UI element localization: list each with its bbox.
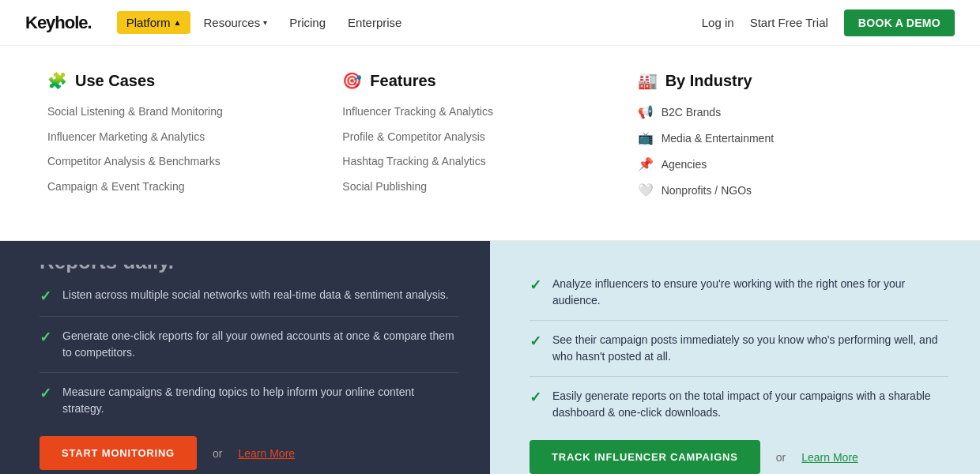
chevron-down-icon: ▾ (263, 18, 267, 27)
features-header: 🎯 Features (342, 71, 605, 90)
left-feature-3-text: Measure campaigns & trending topics to h… (62, 384, 458, 417)
dropdown-link-influencer-tracking[interactable]: Influencer Tracking & Analytics (342, 104, 605, 120)
right-feature-3: ✓ Easily generate reports on the total i… (530, 377, 948, 432)
use-cases-column: 🧩 Use Cases Social Listening & Brand Mon… (47, 71, 342, 209)
nav-right: Log in Start Free Trial BOOK A DEMO (702, 9, 955, 36)
check-icon-3: ✓ (40, 385, 51, 402)
nav-enterprise-label: Enterprise (348, 16, 401, 29)
login-link[interactable]: Log in (702, 16, 734, 29)
nav-item-resources[interactable]: Resources ▾ (194, 11, 277, 34)
check-icon-1: ✓ (40, 288, 51, 305)
left-feature-1-text: Listen across multiple social networks w… (62, 287, 449, 303)
dropdown-link-social-listening[interactable]: Social Listening & Brand Monitoring (47, 104, 311, 120)
logo[interactable]: Keyhole. (25, 13, 92, 33)
right-feature-list: ✓ Analyze influencers to ensure you're w… (530, 265, 948, 432)
left-feature-2-text: Generate one-click reports for all your … (62, 328, 458, 361)
industry-media-label: Media & Entertainment (662, 132, 774, 145)
features-title: Features (370, 72, 435, 90)
navbar: Keyhole. Platform ▲ Resources ▾ Pricing … (0, 0, 980, 46)
chevron-up-icon: ▲ (174, 18, 182, 27)
tv-icon: 📺 (638, 130, 654, 145)
dropdown-link-competitor-analysis[interactable]: Competitor Analysis & Benchmarks (47, 154, 311, 170)
right-learn-more-link[interactable]: Learn More (801, 451, 858, 464)
right-feature-2-text: See their campaign posts immediately so … (552, 332, 948, 365)
main-panels: Reports daily. ✓ Listen across multiple … (0, 241, 980, 474)
by-industry-header: 🏭 By Industry (638, 71, 901, 90)
pin-icon: 📌 (638, 156, 654, 171)
start-monitoring-button[interactable]: START MONITORING (40, 436, 197, 470)
nav-links: Platform ▲ Resources ▾ Pricing Enterpris… (117, 11, 702, 34)
left-feature-1: ✓ Listen across multiple social networks… (40, 276, 458, 317)
left-feature-3: ✓ Measure campaigns & trending topics to… (40, 373, 458, 428)
nav-item-platform[interactable]: Platform ▲ (117, 11, 191, 34)
nav-resources-label: Resources (203, 16, 260, 29)
right-feature-2: ✓ See their campaign posts immediately s… (530, 321, 948, 377)
use-cases-icon: 🧩 (47, 71, 67, 90)
by-industry-icon: 🏭 (638, 71, 658, 90)
right-feature-1: ✓ Analyze influencers to ensure you're w… (530, 265, 948, 321)
left-learn-more-link[interactable]: Learn More (239, 447, 296, 460)
left-feature-list: ✓ Listen across multiple social networks… (40, 276, 458, 428)
nav-item-enterprise[interactable]: Enterprise (338, 11, 411, 34)
right-or-text: or (776, 451, 786, 464)
nav-pricing-label: Pricing (289, 16, 326, 29)
check-right-icon-1: ✓ (530, 276, 541, 294)
nav-item-pricing[interactable]: Pricing (280, 11, 335, 34)
check-icon-2: ✓ (40, 329, 51, 346)
nav-platform-label: Platform (126, 16, 171, 29)
left-or-text: or (213, 447, 222, 460)
platform-dropdown: 🧩 Use Cases Social Listening & Brand Mon… (0, 46, 980, 241)
industry-nonprofits[interactable]: 🤍 Nonprofits / NGOs (638, 182, 901, 198)
by-industry-column: 🏭 By Industry 📢 B2C Brands 📺 Media & Ent… (638, 71, 933, 209)
left-panel-footer: START MONITORING or Learn More (40, 436, 458, 470)
partial-title-left: Reports daily. (40, 265, 458, 274)
start-free-trial-link[interactable]: Start Free Trial (750, 16, 828, 29)
use-cases-header: 🧩 Use Cases (47, 71, 311, 90)
book-demo-button[interactable]: BOOK A DEMO (844, 9, 955, 36)
industry-agencies-label: Agencies (662, 158, 707, 171)
industry-nonprofits-label: Nonprofits / NGOs (662, 184, 752, 197)
features-column: 🎯 Features Influencer Tracking & Analyti… (342, 71, 637, 209)
dropdown-link-hashtag-tracking[interactable]: Hashtag Tracking & Analytics (342, 154, 605, 170)
left-feature-2: ✓ Generate one-click reports for all you… (40, 317, 458, 373)
check-right-icon-2: ✓ (530, 333, 541, 350)
features-icon: 🎯 (342, 71, 362, 90)
right-panel: Screenshots. No Spreadsheets. ✓ Analyze … (490, 241, 980, 474)
dropdown-link-social-publishing[interactable]: Social Publishing (342, 179, 605, 195)
by-industry-title: By Industry (665, 72, 752, 90)
right-feature-3-text: Easily generate reports on the total imp… (552, 388, 948, 421)
industry-b2c[interactable]: 📢 B2C Brands (638, 104, 901, 119)
use-cases-title: Use Cases (75, 72, 155, 90)
dropdown-link-campaign-tracking[interactable]: Campaign & Event Tracking (47, 179, 311, 195)
dropdown-link-influencer-marketing[interactable]: Influencer Marketing & Analytics (47, 130, 311, 145)
heart-icon: 🤍 (638, 182, 654, 198)
left-panel: Reports daily. ✓ Listen across multiple … (0, 241, 490, 474)
check-right-icon-3: ✓ (530, 389, 541, 406)
industry-b2c-label: B2C Brands (662, 106, 721, 118)
right-feature-1-text: Analyze influencers to ensure you're wor… (552, 276, 948, 309)
right-panel-footer: TRACK INFLUENCER CAMPAIGNS or Learn More (530, 440, 948, 474)
megaphone-icon: 📢 (638, 104, 654, 119)
track-influencer-button[interactable]: TRACK INFLUENCER CAMPAIGNS (530, 440, 760, 474)
industry-media[interactable]: 📺 Media & Entertainment (638, 130, 901, 145)
dropdown-link-profile-competitor[interactable]: Profile & Competitor Analysis (342, 130, 605, 145)
industry-agencies[interactable]: 📌 Agencies (638, 156, 901, 171)
